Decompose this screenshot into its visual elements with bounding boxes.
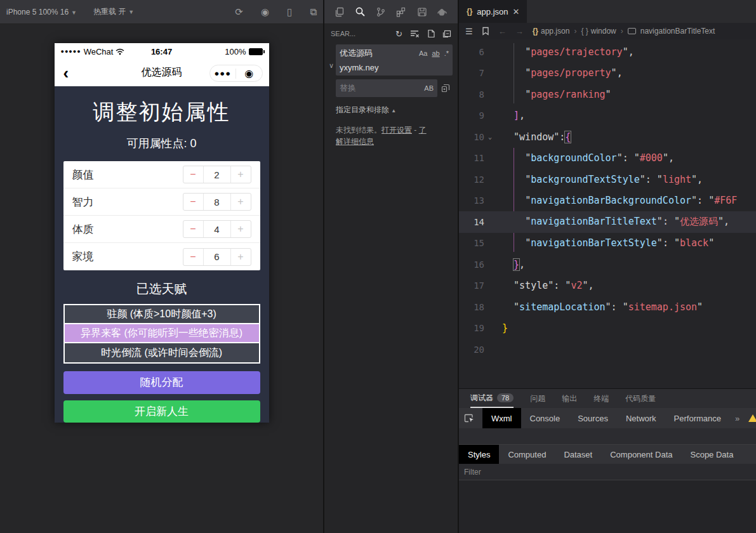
inspector-tab-computed[interactable]: Computed [499, 445, 555, 464]
multi-window-icon[interactable]: ⧉ [310, 6, 317, 18]
decrease-button[interactable]: − [183, 194, 204, 210]
battery-icon [249, 48, 263, 55]
inspector-tab-dataset[interactable]: Dataset [555, 445, 601, 464]
code-line[interactable]: 16 }, [459, 254, 756, 275]
inspector-tab-scope-data[interactable]: Scope Data [681, 445, 742, 464]
code-line[interactable]: 20 [459, 339, 756, 360]
replace-input[interactable]: 替换 AB [336, 79, 437, 97]
open-search-editor-icon[interactable] [427, 29, 435, 38]
more-menu-button[interactable]: ●●● [210, 69, 236, 78]
refresh-icon[interactable]: ⟳ [235, 6, 243, 18]
styles-panel-body [459, 480, 756, 533]
devtools-tab-sources[interactable]: Sources [569, 408, 617, 428]
warning-counter[interactable]: 78 [748, 414, 756, 423]
code-line[interactable]: 14 "navigationBarTitleText": "优选源码", [459, 211, 756, 233]
code-editor[interactable]: 6 "pages/trajectory",7 "pages/property",… [459, 39, 756, 388]
copy-files-icon[interactable] [333, 6, 346, 18]
inspector-tab-component-data[interactable]: Component Data [601, 445, 681, 464]
debugger-tab-终端[interactable]: 终端 [594, 389, 609, 408]
devtools-tab-performance[interactable]: Performance [665, 408, 730, 428]
inspector-tab-styles[interactable]: Styles [459, 445, 499, 464]
talent-item[interactable]: 驻颜 (体质>10时颜值+3) [65, 305, 259, 324]
talent-item[interactable]: 时光倒流 (或许时间会倒流) [65, 343, 259, 362]
device-selector[interactable]: iPhone 5 100% 16▼ [6, 8, 77, 16]
breadcrumb: ☰ ← → {} app.json › { } window › navigat… [459, 23, 756, 39]
increase-button[interactable]: + [230, 249, 251, 265]
attribute-row: 家境−6+ [63, 243, 260, 270]
code-line[interactable]: 9 ], [459, 105, 756, 127]
close-tab-icon[interactable]: ✕ [513, 7, 520, 16]
clear-results-icon[interactable] [410, 30, 419, 37]
extensions-icon[interactable] [395, 6, 408, 18]
code-line[interactable]: 7 "pages/property", [459, 63, 756, 84]
files-include-exclude-toggle[interactable]: 指定目录和排除 ▲ [336, 105, 453, 115]
start-new-life-button[interactable]: 开启新人生 [63, 400, 260, 423]
decrease-button[interactable]: − [183, 166, 204, 183]
increase-button[interactable]: + [230, 166, 251, 183]
talent-item[interactable]: 异界来客 (你可能听到一些绝密消息) [65, 324, 259, 343]
toggle-replace-chevron-icon[interactable]: ∨ [327, 56, 336, 76]
code-text: "pages/property", [496, 67, 623, 79]
code-line[interactable]: 17 "style": "v2", [459, 275, 756, 297]
increase-button[interactable]: + [230, 221, 251, 237]
clock-label: 16:47 [136, 47, 188, 56]
whole-word-icon[interactable]: ab [432, 49, 439, 57]
code-line[interactable]: 19} [459, 318, 756, 339]
code-line[interactable]: 6 "pages/trajectory", [459, 41, 756, 63]
open-settings-link[interactable]: 打开设置 [381, 126, 412, 135]
save-panel-icon[interactable] [416, 6, 428, 18]
breadcrumb-file[interactable]: app.json [541, 27, 569, 36]
more-tabs-icon[interactable]: » [735, 414, 739, 423]
device-frame-icon[interactable]: ▯ [287, 6, 292, 18]
replace-all-icon[interactable] [441, 79, 453, 97]
breadcrumb-field[interactable]: navigationBarTitleText [640, 27, 715, 36]
code-line[interactable]: 18 "sitemapLocation": "sitemap.json" [459, 296, 756, 318]
teapot-plugin-icon[interactable] [436, 6, 449, 18]
code-line[interactable]: 10⌄ "window":{ [459, 126, 756, 148]
code-line[interactable]: 11 "backgroundColor": "#000", [459, 148, 756, 169]
debugger-panel: 调试器78问题输出终端代码质量 WxmlConsoleSourcesNetwor… [459, 388, 756, 533]
code-line[interactable]: 13 "navigationBarBackgroundColor": "#F6F [459, 190, 756, 212]
decrease-button[interactable]: − [183, 249, 204, 265]
line-number: 6 [459, 47, 496, 57]
hot-reload-toggle[interactable]: 热重载 开▼ [93, 6, 134, 17]
decrease-button[interactable]: − [183, 221, 204, 237]
nav-forward-icon[interactable]: → [515, 27, 524, 36]
search-input[interactable]: 优选源码 Aa ab .* yxymk.ney [336, 44, 453, 76]
capsule-menu: ●●● ◉ [209, 65, 263, 82]
collapse-all-icon[interactable] [442, 30, 451, 38]
devtools-tab-bar: WxmlConsoleSourcesNetworkPerformance » 7… [459, 408, 756, 428]
search-sidebar: SEAR... ↻ ∨ 优选源码 Aa ab .* [324, 0, 459, 533]
wifi-icon [116, 48, 124, 55]
code-line[interactable]: 15 "navigationBarTextStyle": "black" [459, 233, 756, 254]
devtools-tab-network[interactable]: Network [617, 408, 665, 428]
code-line[interactable]: 12 "backgroundTextStyle": "light", [459, 169, 756, 190]
outline-list-icon[interactable]: ☰ [465, 27, 473, 36]
regex-icon[interactable]: .* [444, 49, 449, 57]
match-case-icon[interactable]: Aa [419, 49, 427, 57]
refresh-search-icon[interactable]: ↻ [395, 29, 402, 39]
inspect-element-icon[interactable] [464, 411, 475, 425]
debugger-tab-代码质量[interactable]: 代码质量 [625, 389, 656, 408]
fold-chevron-icon[interactable]: ⌄ [484, 133, 496, 140]
breadcrumb-object[interactable]: window [591, 27, 616, 36]
preserve-case-icon[interactable]: AB [424, 84, 434, 92]
devtools-tab-wxml[interactable]: Wxml [482, 408, 521, 428]
record-icon[interactable]: ◉ [261, 6, 269, 18]
debugger-tab-问题[interactable]: 问题 [530, 389, 545, 408]
tab-app-json[interactable]: {} app.json ✕ [459, 0, 527, 23]
devtools-tab-console[interactable]: Console [521, 408, 569, 428]
increase-button[interactable]: + [230, 194, 251, 210]
debugger-tab-输出[interactable]: 输出 [562, 389, 577, 408]
source-control-icon[interactable] [375, 6, 387, 18]
random-allocate-button[interactable]: 随机分配 [63, 371, 260, 394]
tab-badge: 78 [497, 393, 514, 402]
close-minimize-button[interactable]: ◉ [236, 67, 262, 79]
styles-filter-input[interactable]: Filter [459, 464, 756, 480]
code-line[interactable]: 8 "pages/ranking" [459, 84, 756, 105]
debugger-tab-调试器[interactable]: 调试器78 [470, 389, 514, 408]
nav-back-icon[interactable]: ← [498, 27, 507, 36]
bookmark-icon[interactable] [482, 27, 489, 36]
simulator-toolbar: iPhone 5 100% 16▼ 热重载 开▼ ⟳ ◉ ▯ ⧉ [0, 0, 323, 24]
search-icon[interactable] [354, 6, 366, 18]
